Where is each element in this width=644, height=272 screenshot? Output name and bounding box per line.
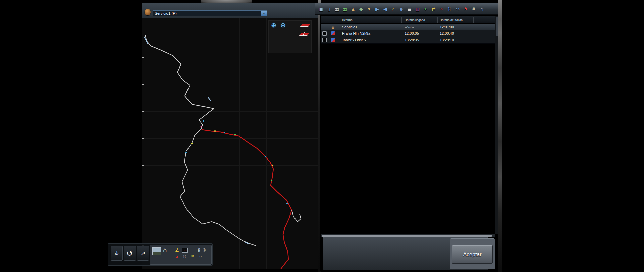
cell-destino: Servicio1 (342, 25, 357, 29)
cell-llegada: --:--:-- (405, 25, 414, 29)
flag-icon[interactable]: ⚑ (462, 5, 469, 13)
ring-tool-icon[interactable]: ○ (199, 254, 202, 259)
table-green-icon[interactable]: ▦ (341, 5, 348, 13)
grid-icon[interactable]: ▦ (333, 5, 340, 13)
save-icon[interactable]: ▣ (317, 5, 324, 13)
horizontal-scrollbar-thumb[interactable] (322, 235, 492, 237)
exit-icon[interactable]: ↪ (454, 5, 461, 13)
shield-icon[interactable]: ◆ (358, 5, 365, 13)
destination-icon (331, 31, 335, 35)
cell-destino: Praha Hln N2k9a (342, 31, 370, 35)
jump-tool-button[interactable]: ↗ (137, 246, 149, 261)
move-down-icon[interactable]: ▼ (366, 5, 373, 13)
zoom-out-button[interactable]: ⊖ (280, 22, 286, 29)
service-icon (145, 9, 151, 15)
cell-llegada: 13:28:35 (405, 38, 419, 42)
display-options-panel: ⌂ ∠ 10 g ◎ ◢ ◎ ≈ ○ (150, 245, 212, 265)
table-row[interactable]: ☻ Servicio1 --:--:-- 12:01:00 (321, 24, 495, 30)
vertical-scrollbar[interactable] (495, 16, 498, 234)
timetable-toolbar: ▣▯▦▦▲◆▼▶◀∕☻≣▩+⇄×⇅↪⚑#∩ (315, 3, 498, 15)
row-checkbox[interactable] (322, 38, 327, 42)
cell-destino: TaborS Odst 5 (342, 38, 366, 42)
driver-icon[interactable]: ☻ (398, 5, 405, 13)
broom-icon[interactable]: ∕ (390, 5, 397, 13)
map-tools-toolbar: ↔ ↕ ↺ ↗ ⌂ ∠ 10 g ◎ ◢ ◎ ≈ ○ (108, 243, 213, 266)
zoom-in-button[interactable]: ⊕ (271, 22, 276, 29)
world-glimpse-right (498, 0, 502, 272)
add-waypoint-icon[interactable]: + (422, 5, 429, 13)
target-icon[interactable]: ◎ (203, 247, 206, 252)
tunnel-icon[interactable]: ∩ (478, 5, 485, 13)
driver-row-icon: ☻ (331, 25, 335, 30)
scenery-view-icon[interactable] (152, 247, 161, 255)
target2-icon[interactable]: ◎ (183, 254, 186, 258)
cell-salida: 13:29:10 (440, 38, 454, 42)
swap-ud-icon[interactable]: ⇅ (446, 5, 453, 13)
wedge-tool-icon[interactable]: ◢ (175, 254, 178, 259)
cancel-icon[interactable]: × (438, 5, 445, 13)
task-list-icon[interactable]: ≣ (406, 5, 413, 13)
pan-v-icon: ↕ (111, 249, 122, 257)
accept-button[interactable]: Aceptar (452, 245, 493, 264)
cell-salida: 12:00:40 (440, 31, 454, 35)
column-llegada: Horario llegada (405, 18, 425, 22)
move-up-icon[interactable]: ▲ (350, 5, 357, 13)
table-row[interactable]: Praha Hln N2k9a 12:00:05 12:00:40 (321, 30, 495, 37)
train-forward-icon[interactable]: ▶ (374, 5, 381, 13)
swap-lr-icon[interactable]: ⇄ (430, 5, 437, 13)
timetable-header: Destino Horario llegada Horario de salid… (321, 16, 495, 23)
gradient-tool-icon[interactable]: ∠ (175, 247, 179, 253)
rotate-tool-button[interactable]: ↺ (124, 246, 136, 261)
train-back-icon[interactable]: ◀ (382, 5, 389, 13)
cell-llegada: 12:00:05 (405, 31, 419, 35)
table-row[interactable]: TaborS Odst 5 13:28:35 13:29:10 (321, 37, 495, 44)
route-map[interactable]: ⊕ ⊖ (142, 18, 318, 269)
counter-display[interactable]: 10 (182, 248, 188, 253)
chevron-down-icon[interactable]: ▼ (261, 11, 267, 16)
app-window: Servicio1 (P) ▼ (0, 0, 644, 272)
cell-salida: 12:01:00 (440, 25, 454, 29)
gravity-icon[interactable]: g (198, 247, 200, 252)
pan-tool-button[interactable]: ↔ ↕ (111, 246, 123, 261)
vertical-scrollbar-thumb[interactable] (496, 17, 498, 36)
column-salida: Horario de salida (440, 18, 463, 22)
column-destino: Destino (342, 18, 353, 22)
delete-icon[interactable]: ▯ (325, 5, 332, 13)
house-view-icon[interactable]: ⌂ (163, 246, 167, 254)
palette-icon[interactable]: ▩ (414, 5, 421, 13)
wave-tool-icon[interactable]: ≈ (191, 253, 194, 258)
service-dropdown[interactable]: Servicio1 (P) ▼ (153, 10, 267, 16)
destination-icon (331, 38, 335, 42)
row-checkbox[interactable] (322, 31, 327, 36)
service-dropdown-value: Servicio1 (P) (153, 11, 261, 15)
measure-icon[interactable]: # (470, 5, 477, 13)
route-map-svg (142, 18, 319, 269)
